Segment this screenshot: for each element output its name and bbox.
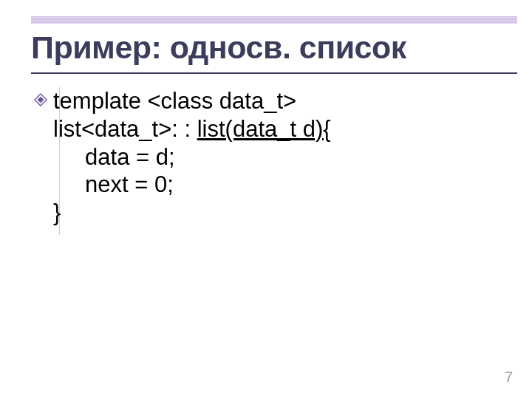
svg-marker-1 <box>38 97 44 103</box>
code-line-1: template <class data_t> <box>53 88 296 114</box>
code-line-5: } <box>53 200 61 225</box>
page-number: 7 <box>505 369 513 386</box>
code-line-4: next = 0; <box>53 171 174 197</box>
code-line-3: data = d; <box>53 144 175 170</box>
code-line-2-call: list(data_t d){ <box>197 116 331 142</box>
code-line-2-prefix: list<data_t>: : <box>53 116 197 142</box>
slide-title: Пример: односв. список <box>31 30 406 66</box>
slide: Пример: односв. список template <class d… <box>0 0 532 399</box>
title-underline <box>31 72 517 74</box>
code-block: template <class data_t> list<data_t>: : … <box>53 87 331 227</box>
diamond-bullet-icon <box>34 93 47 106</box>
header-decoration-bar <box>31 16 517 24</box>
